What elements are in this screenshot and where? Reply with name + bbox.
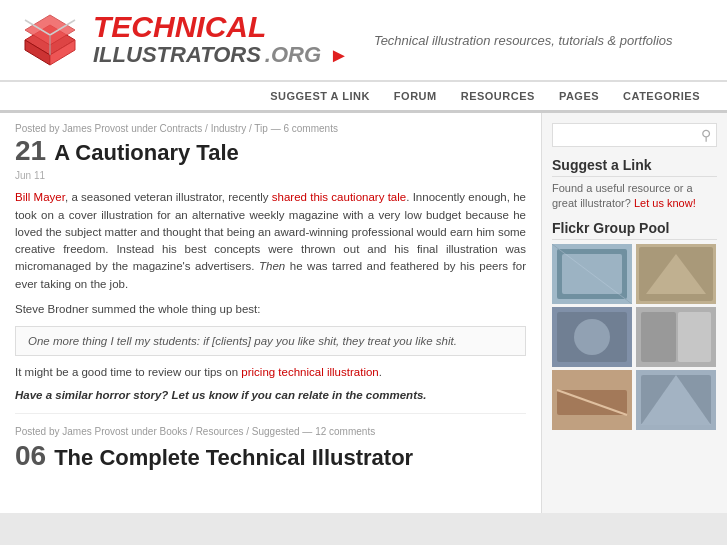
svg-rect-19 [678,312,711,362]
post-1-title-row: 21 A Cautionary Tale [15,137,526,166]
page-layout: Posted by James Provost under Contracts … [0,113,727,513]
post-1: Posted by James Provost under Contracts … [15,123,526,401]
post-1-body-1: Bill Mayer, a seasoned veteran illustrat… [15,189,526,293]
post-2-meta: Posted by James Provost under Books / Re… [15,426,526,437]
search-input[interactable] [558,129,701,141]
logo-title: TECHNICAL [93,12,349,42]
post-1-body-2: Steve Brodner summed the whole thing up … [15,301,526,318]
post-2-day: 06 [15,440,46,472]
svg-rect-18 [641,312,676,362]
search-icon[interactable]: ⚲ [701,127,711,143]
sidebar-search-box: ⚲ [552,123,717,147]
suggest-section: Suggest a Link Found a useful resource o… [552,157,717,212]
header: TECHNICAL ILLUSTRATORS.ORG ► Technical i… [0,0,727,81]
svg-rect-10 [562,254,622,294]
post-1-date: Jun 11 [15,170,526,181]
post-2-title: The Complete Technical Illustrator [54,445,413,471]
post-1-body-3: It might be a good time to review our ti… [15,364,526,381]
logo-subtitle-row: ILLUSTRATORS.ORG ► [93,42,349,68]
flickr-thumb-4[interactable] [636,307,716,367]
post-divider [15,413,526,414]
nav-resources-link[interactable]: RESOURCES [449,90,547,102]
post-1-cta: Have a similar horror story? Let us know… [15,389,526,401]
flickr-thumb-1[interactable] [552,244,632,304]
logo-arrow-icon: ► [329,44,349,67]
logo-org: .ORG [265,42,321,68]
sidebar: ⚲ Suggest a Link Found a useful resource… [542,113,727,513]
post-2-title-row: 06 The Complete Technical Illustrator [15,440,526,472]
suggest-title: Suggest a Link [552,157,717,177]
post-1-blockquote: One more thing I tell my students: if [c… [15,326,526,356]
nav-categories-link[interactable]: CATEGORIES [611,90,712,102]
nav-bar: SUGGEST A LINK FORUM RESOURCES PAGES CAT… [0,81,727,113]
main-content: Posted by James Provost under Contracts … [0,113,542,513]
suggest-text: Found a useful resource or a great illus… [552,181,717,212]
flickr-grid [552,244,717,430]
suggest-link[interactable]: Let us know! [634,197,696,209]
svg-point-16 [574,319,610,355]
logo-subtitle: ILLUSTRATORS [93,42,261,68]
flickr-thumb-5[interactable] [552,370,632,430]
flickr-title: Flickr Group Pool [552,220,717,240]
post-1-title: A Cautionary Tale [54,140,239,166]
post-1-meta: Posted by James Provost under Contracts … [15,123,526,134]
pricing-link[interactable]: pricing technical illustration [241,366,378,378]
post-2: Posted by James Provost under Books / Re… [15,426,526,472]
nav-pages-link[interactable]: PAGES [547,90,611,102]
bill-mayer-link[interactable]: Bill Mayer [15,191,65,203]
flickr-thumb-3[interactable] [552,307,632,367]
logo-icon [15,10,85,70]
logo-text: TECHNICAL ILLUSTRATORS.ORG ► [93,12,349,68]
flickr-thumb-6[interactable] [636,370,716,430]
post-1-day: 21 [15,137,46,165]
flickr-section: Flickr Group Pool [552,220,717,430]
nav-forum-link[interactable]: FORUM [382,90,449,102]
flickr-thumb-2[interactable] [636,244,716,304]
cautionary-tale-link[interactable]: shared this cautionary tale [272,191,406,203]
tagline: Technical illustration resources, tutori… [374,33,673,48]
nav-suggest-link[interactable]: SUGGEST A LINK [258,90,382,102]
logo: TECHNICAL ILLUSTRATORS.ORG ► [15,10,349,70]
